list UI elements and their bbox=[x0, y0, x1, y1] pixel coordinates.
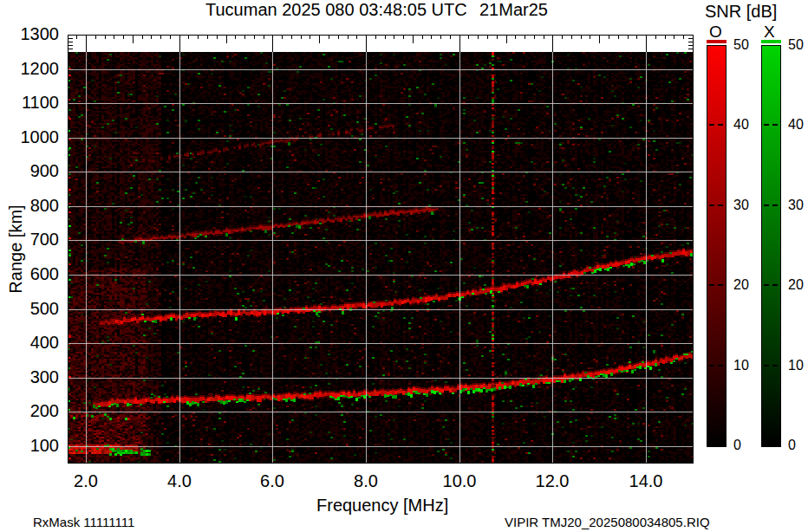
colorbar-x-tick-label: 50 bbox=[788, 36, 804, 55]
colorbar-title: SNR [dB] bbox=[705, 2, 777, 22]
title-date: 21Mar25 bbox=[479, 0, 548, 20]
x-tick-label: 12.0 bbox=[522, 471, 583, 491]
y-tick-label: 600 bbox=[0, 264, 59, 284]
x-tick-label: 6.0 bbox=[242, 471, 303, 491]
colorbar-x-tick-label: 40 bbox=[788, 115, 804, 134]
colorbar-o-tick-label: 50 bbox=[733, 36, 749, 55]
colorbar-x-label: X bbox=[764, 23, 775, 42]
y-tick-label: 300 bbox=[0, 367, 59, 387]
x-tick-label: 8.0 bbox=[336, 471, 396, 491]
y-tick-label: 1000 bbox=[0, 127, 59, 147]
colorbar-tick-dash bbox=[718, 284, 723, 286]
colorbar-x-tick-label: 30 bbox=[788, 196, 804, 215]
colorbar-tick-dash bbox=[772, 284, 778, 286]
colorbar-o-tick-label: 30 bbox=[733, 196, 749, 215]
colorbar-tick-dash bbox=[764, 204, 769, 206]
y-tick-label: 500 bbox=[0, 299, 59, 319]
x-tick-label: 2.0 bbox=[55, 471, 116, 491]
colorbar-tick-dash bbox=[764, 284, 769, 286]
colorbar-o-scale bbox=[707, 45, 727, 447]
colorbar-o-tick-label: 0 bbox=[733, 436, 741, 455]
colorbar-x-scale bbox=[761, 45, 781, 447]
ionogram-canvas bbox=[68, 35, 694, 464]
x-axis-title: Frequency [MHz] bbox=[316, 496, 448, 516]
colorbar-tick-dash bbox=[718, 365, 723, 367]
colorbar-tick-dash bbox=[764, 124, 769, 126]
colorbar-o-underline bbox=[707, 40, 727, 43]
colorbar-o-tick-label: 10 bbox=[733, 356, 749, 375]
x-tick-label: 14.0 bbox=[616, 471, 676, 491]
colorbar-x-underline bbox=[761, 40, 781, 43]
page-title: Tucuman 2025 080 03:48:05 UTC bbox=[205, 0, 467, 20]
colorbar-x-tick-label: 0 bbox=[788, 436, 796, 455]
colorbar-tick-dash bbox=[772, 124, 778, 126]
colorbar-tick-dash bbox=[772, 365, 778, 367]
colorbar-tick-dash bbox=[718, 124, 723, 126]
colorbar-x-tick-label: 20 bbox=[788, 276, 804, 295]
x-tick-label: 4.0 bbox=[149, 471, 210, 491]
colorbar-tick-dash bbox=[764, 365, 769, 367]
colorbar-x-tick-label: 10 bbox=[788, 356, 804, 375]
file-label: VIPIR TMJ20_2025080034805.RIQ bbox=[505, 515, 710, 529]
y-tick-label: 900 bbox=[0, 161, 59, 181]
colorbar-o-label: O bbox=[709, 23, 722, 42]
title-text: Tucuman 2025 080 03:48:05 UTC bbox=[205, 0, 467, 19]
colorbar-tick-dash bbox=[709, 124, 714, 126]
y-tick-label: 1100 bbox=[0, 93, 59, 113]
y-tick-label: 1200 bbox=[0, 59, 59, 79]
x-tick-label: 10.0 bbox=[429, 471, 490, 491]
colorbar-tick-dash bbox=[772, 204, 778, 206]
y-tick-label: 800 bbox=[0, 196, 59, 216]
colorbar-o-tick-label: 20 bbox=[733, 276, 749, 295]
y-tick-label: 400 bbox=[0, 333, 59, 353]
colorbar-tick-dash bbox=[718, 204, 723, 206]
y-tick-label: 700 bbox=[0, 230, 59, 250]
rxmask-label: RxMask 11111111 bbox=[33, 515, 134, 529]
colorbar-o-tick-label: 40 bbox=[733, 115, 749, 134]
y-tick-label: 1300 bbox=[0, 24, 59, 44]
y-tick-label: 100 bbox=[0, 436, 59, 456]
colorbar-tick-dash bbox=[709, 204, 714, 206]
y-tick-label: 200 bbox=[0, 401, 59, 421]
colorbar-tick-dash bbox=[709, 365, 714, 367]
colorbar-tick-dash bbox=[709, 284, 714, 286]
